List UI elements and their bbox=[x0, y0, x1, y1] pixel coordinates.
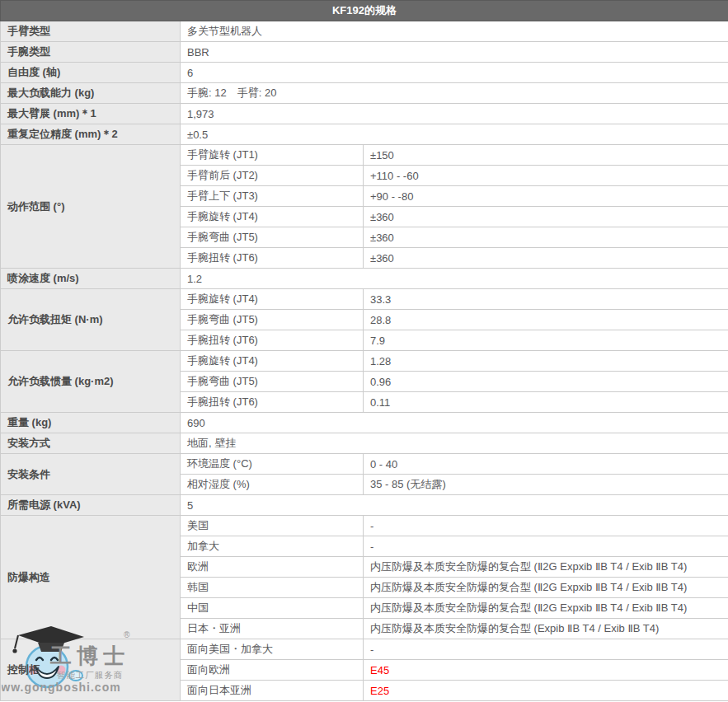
row-label: 控制柜 bbox=[1, 639, 181, 701]
table-row: 重复定位精度 (mm)＊2 ±0.5 bbox=[1, 124, 728, 145]
row-value: ±360 bbox=[364, 227, 728, 248]
row-label: 所需电源 (kVA) bbox=[1, 495, 181, 516]
spec-table: KF192的规格 手臂类型 多关节型机器人 手腕类型 BBR 自由度 (轴) 6… bbox=[0, 0, 728, 701]
row-label: 允许负载扭矩 (N·m) bbox=[1, 289, 181, 351]
row-value: - bbox=[364, 536, 728, 557]
row-value: 1.28 bbox=[364, 351, 728, 372]
row-sub-label: 相对湿度 (%) bbox=[181, 475, 364, 495]
row-label: 喷涂速度 (m/s) bbox=[1, 269, 181, 289]
row-value: 28.8 bbox=[364, 310, 728, 330]
row-sub-label: 手腕弯曲 (JT5) bbox=[181, 310, 364, 330]
row-label: 手腕类型 bbox=[1, 42, 181, 63]
row-value: 手腕: 12 手臂: 20 bbox=[181, 83, 728, 104]
row-value: 内压防爆及本质安全防爆的复合型 (Ⅱ2G Expxib ⅡB T4 / Exib… bbox=[364, 578, 728, 598]
row-value: 690 bbox=[181, 413, 728, 433]
table-header-row: KF192的规格 bbox=[1, 1, 728, 21]
row-sub-label: 美国 bbox=[181, 516, 364, 536]
row-value: 内压防爆及本质安全防爆的复合型 (Expib ⅡB T4 / Exib ⅡB T… bbox=[364, 619, 728, 639]
row-sub-label: 环境温度 (°C) bbox=[181, 454, 364, 475]
table-row: 手臂类型 多关节型机器人 bbox=[1, 21, 728, 42]
table-row: 安装条件 环境温度 (°C) 0 - 40 bbox=[1, 454, 728, 475]
table-row: 防爆构造 美国 - bbox=[1, 516, 728, 536]
row-sub-label: 手腕旋转 (JT4) bbox=[181, 289, 364, 310]
row-sub-label: 面向日本亚洲 bbox=[181, 681, 364, 701]
row-value: 35 - 85 (无结露) bbox=[364, 475, 728, 495]
table-row: 动作范围 (°) 手臂旋转 (JT1) ±150 bbox=[1, 145, 728, 166]
row-value-highlight: E45 bbox=[364, 660, 728, 681]
row-value: 1.2 bbox=[181, 269, 728, 289]
row-value: 多关节型机器人 bbox=[181, 21, 728, 42]
row-sub-label: 手腕扭转 (JT6) bbox=[181, 392, 364, 413]
row-sub-label: 手臂旋转 (JT1) bbox=[181, 145, 364, 166]
table-row: 喷涂速度 (m/s) 1.2 bbox=[1, 269, 728, 289]
row-label: 手臂类型 bbox=[1, 21, 181, 42]
row-value: ±0.5 bbox=[181, 124, 728, 145]
table-row: 最大臂展 (mm)＊1 1,973 bbox=[1, 104, 728, 124]
row-sub-label: 欧洲 bbox=[181, 557, 364, 578]
row-value: ±360 bbox=[364, 207, 728, 227]
row-sub-label: 手臂前后 (JT2) bbox=[181, 166, 364, 186]
row-value: BBR bbox=[181, 42, 728, 63]
row-value: 33.3 bbox=[364, 289, 728, 310]
row-value: 内压防爆及本质安全防爆的复合型 (Ⅱ2G Expxib ⅡB T4 / Exib… bbox=[364, 598, 728, 619]
row-value: ±150 bbox=[364, 145, 728, 166]
row-sub-label: 手腕弯曲 (JT5) bbox=[181, 227, 364, 248]
row-sub-label: 手臂上下 (JT3) bbox=[181, 186, 364, 207]
row-label: 允许负载惯量 (kg·m2) bbox=[1, 351, 181, 413]
table-row: 手腕类型 BBR bbox=[1, 42, 728, 63]
row-value: 7.9 bbox=[364, 330, 728, 351]
row-label: 防爆构造 bbox=[1, 516, 181, 639]
row-value: 0.96 bbox=[364, 372, 728, 392]
row-sub-label: 日本・亚洲 bbox=[181, 619, 364, 639]
row-sub-label: 手腕扭转 (JT6) bbox=[181, 330, 364, 351]
row-label: 自由度 (轴) bbox=[1, 63, 181, 83]
row-label: 最大负载能力 (kg) bbox=[1, 83, 181, 104]
table-row: 安装方式 地面, 壁挂 bbox=[1, 433, 728, 454]
row-label: 最大臂展 (mm)＊1 bbox=[1, 104, 181, 124]
table-title: KF192的规格 bbox=[1, 1, 728, 21]
row-value: +110 - -60 bbox=[364, 166, 728, 186]
row-value: ±360 bbox=[364, 248, 728, 269]
row-sub-label: 手腕旋转 (JT4) bbox=[181, 351, 364, 372]
table-row: 重量 (kg) 690 bbox=[1, 413, 728, 433]
row-sub-label: 韩国 bbox=[181, 578, 364, 598]
row-label: 动作范围 (°) bbox=[1, 145, 181, 269]
table-row: 所需电源 (kVA) 5 bbox=[1, 495, 728, 516]
row-value-highlight: E25 bbox=[364, 681, 728, 701]
row-label: 安装条件 bbox=[1, 454, 181, 495]
row-sub-label: 手腕弯曲 (JT5) bbox=[181, 372, 364, 392]
table-row: 控制柜 面向美国・加拿大 - bbox=[1, 639, 728, 660]
row-sub-label: 手腕扭转 (JT6) bbox=[181, 248, 364, 269]
row-sub-label: 面向美国・加拿大 bbox=[181, 639, 364, 660]
row-sub-label: 中国 bbox=[181, 598, 364, 619]
table-row: 最大负载能力 (kg) 手腕: 12 手臂: 20 bbox=[1, 83, 728, 104]
row-value: 1,973 bbox=[181, 104, 728, 124]
row-sub-label: 面向欧洲 bbox=[181, 660, 364, 681]
row-label: 安装方式 bbox=[1, 433, 181, 454]
row-value: 6 bbox=[181, 63, 728, 83]
row-value: 0 - 40 bbox=[364, 454, 728, 475]
row-value: 地面, 壁挂 bbox=[181, 433, 728, 454]
row-value: - bbox=[364, 639, 728, 660]
table-row: 允许负载惯量 (kg·m2) 手腕旋转 (JT4) 1.28 bbox=[1, 351, 728, 372]
row-value: - bbox=[364, 516, 728, 536]
row-label: 重量 (kg) bbox=[1, 413, 181, 433]
row-value: 5 bbox=[181, 495, 728, 516]
row-sub-label: 手腕旋转 (JT4) bbox=[181, 207, 364, 227]
table-row: 自由度 (轴) 6 bbox=[1, 63, 728, 83]
row-label-text: 控制柜 bbox=[7, 663, 40, 676]
table-row: 允许负载扭矩 (N·m) 手腕旋转 (JT4) 33.3 bbox=[1, 289, 728, 310]
row-label: 重复定位精度 (mm)＊2 bbox=[1, 124, 181, 145]
row-value: +90 - -80 bbox=[364, 186, 728, 207]
row-sub-label: 加拿大 bbox=[181, 536, 364, 557]
row-value: 0.11 bbox=[364, 392, 728, 413]
row-value: 内压防爆及本质安全防爆的复合型 (Ⅱ2G Expxib ⅡB T4 / Exib… bbox=[364, 557, 728, 578]
